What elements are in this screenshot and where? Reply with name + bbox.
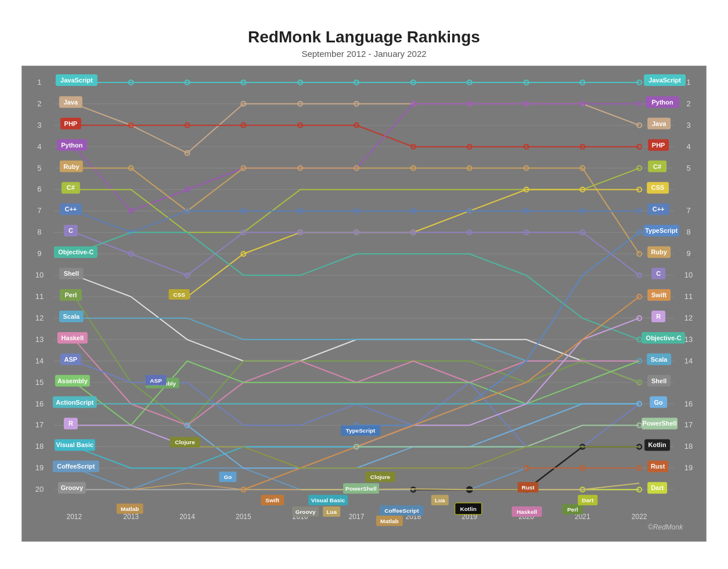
svg-text:16: 16 xyxy=(35,399,44,408)
svg-text:1: 1 xyxy=(686,77,690,86)
svg-text:18: 18 xyxy=(684,442,693,451)
svg-text:Matlab: Matlab xyxy=(121,506,139,512)
svg-text:Clojure: Clojure xyxy=(370,474,391,480)
svg-text:2017: 2017 xyxy=(349,513,365,521)
svg-text:2: 2 xyxy=(686,99,690,107)
svg-text:11: 11 xyxy=(684,292,693,301)
svg-text:11: 11 xyxy=(35,292,44,301)
svg-text:19: 19 xyxy=(684,463,693,472)
svg-text:8: 8 xyxy=(686,228,690,236)
svg-text:CSS: CSS xyxy=(173,291,185,298)
svg-text:Shell: Shell xyxy=(64,270,79,277)
svg-text:Lua: Lua xyxy=(326,509,337,515)
svg-text:9: 9 xyxy=(686,249,690,258)
svg-text:Clojure: Clojure xyxy=(175,439,195,445)
svg-text:3: 3 xyxy=(686,120,690,129)
svg-text:ASP: ASP xyxy=(64,355,78,362)
chart-title: RedMonk Language Rankings xyxy=(21,28,707,46)
svg-text:Groovy: Groovy xyxy=(295,509,316,515)
svg-text:2014: 2014 xyxy=(179,513,195,521)
svg-text:2022: 2022 xyxy=(632,513,647,521)
svg-text:2: 2 xyxy=(37,99,41,107)
svg-text:Matlab: Matlab xyxy=(380,518,399,524)
svg-text:2013: 2013 xyxy=(123,513,139,521)
svg-text:14: 14 xyxy=(35,356,44,365)
svg-text:ASP: ASP xyxy=(150,377,162,383)
svg-text:C++: C++ xyxy=(653,206,665,213)
svg-text:10: 10 xyxy=(35,271,44,279)
svg-text:Go: Go xyxy=(224,474,232,480)
svg-text:Haskell: Haskell xyxy=(517,509,537,515)
svg-text:Python: Python xyxy=(652,98,673,105)
svg-text:ActionScript: ActionScript xyxy=(56,398,94,405)
svg-text:C: C xyxy=(69,227,73,234)
svg-text:4: 4 xyxy=(686,142,690,150)
svg-text:15: 15 xyxy=(35,377,44,386)
svg-text:14: 14 xyxy=(684,356,693,365)
svg-text:7: 7 xyxy=(686,206,690,215)
svg-text:12: 12 xyxy=(684,313,693,322)
svg-text:17: 17 xyxy=(684,420,693,429)
svg-text:18: 18 xyxy=(35,442,44,451)
svg-text:5: 5 xyxy=(37,163,41,172)
chart-container: RedMonk Language Rankings September 2012… xyxy=(21,28,707,542)
svg-text:Visual Basic: Visual Basic xyxy=(311,497,345,503)
svg-text:Lua: Lua xyxy=(435,497,445,503)
svg-text:PowerShell: PowerShell xyxy=(345,485,377,492)
svg-text:Go: Go xyxy=(654,398,664,405)
svg-text:1: 1 xyxy=(37,77,41,86)
svg-text:CoffeeScript: CoffeeScript xyxy=(384,507,419,514)
svg-text:13: 13 xyxy=(35,334,44,343)
svg-text:Ruby: Ruby xyxy=(63,163,80,170)
svg-text:©RedMonk: ©RedMonk xyxy=(648,523,683,531)
svg-text:R: R xyxy=(69,420,73,427)
svg-text:9: 9 xyxy=(37,249,41,258)
svg-text:Scala: Scala xyxy=(651,355,668,362)
svg-text:C#: C# xyxy=(67,184,75,191)
svg-text:10: 10 xyxy=(684,271,693,279)
chart-svg: 1 2 3 4 5 6 7 8 9 10 11 12 13 14 15 16 1… xyxy=(22,66,706,541)
svg-text:R: R xyxy=(656,312,661,319)
svg-text:19: 19 xyxy=(35,463,44,472)
svg-text:JavaScript: JavaScript xyxy=(60,76,93,83)
svg-text:17: 17 xyxy=(35,420,44,429)
svg-text:Ruby: Ruby xyxy=(651,249,667,255)
svg-text:Rust: Rust xyxy=(521,484,535,491)
svg-text:Objective-C: Objective-C xyxy=(58,249,93,255)
svg-text:TypeScript: TypeScript xyxy=(346,427,376,434)
svg-text:Dart: Dart xyxy=(651,484,664,491)
svg-text:5: 5 xyxy=(686,163,690,172)
svg-text:Dart: Dart xyxy=(582,497,594,503)
svg-text:13: 13 xyxy=(684,334,693,343)
svg-text:JavaScript: JavaScript xyxy=(648,76,681,83)
svg-text:20: 20 xyxy=(35,485,44,494)
svg-text:C: C xyxy=(656,270,661,277)
svg-text:Kotlin: Kotlin xyxy=(648,441,666,448)
svg-text:Kotlin: Kotlin xyxy=(460,506,477,512)
chart-area: 1 2 3 4 5 6 7 8 9 10 11 12 13 14 15 16 1… xyxy=(21,66,707,542)
svg-text:Objective-C: Objective-C xyxy=(646,334,682,341)
svg-text:PHP: PHP xyxy=(652,141,665,148)
svg-text:Rust: Rust xyxy=(651,463,665,470)
svg-text:Scala: Scala xyxy=(63,312,81,319)
svg-text:CSS: CSS xyxy=(651,184,665,191)
svg-text:PHP: PHP xyxy=(64,120,78,127)
svg-text:4: 4 xyxy=(37,142,41,150)
svg-text:Assembly: Assembly xyxy=(57,377,88,384)
svg-text:Swift: Swift xyxy=(651,291,667,298)
svg-text:Shell: Shell xyxy=(651,377,666,384)
svg-text:TypeScript: TypeScript xyxy=(645,227,677,234)
svg-text:8: 8 xyxy=(37,228,41,236)
svg-text:PowerShell: PowerShell xyxy=(643,420,677,427)
svg-text:2015: 2015 xyxy=(236,513,251,521)
chart-subtitle: September 2012 - January 2022 xyxy=(21,49,707,59)
svg-text:Java: Java xyxy=(64,98,78,105)
svg-text:3: 3 xyxy=(37,120,41,129)
svg-text:6: 6 xyxy=(37,185,41,193)
svg-text:Groovy: Groovy xyxy=(61,484,84,491)
svg-text:Swift: Swift xyxy=(265,497,280,503)
svg-text:7: 7 xyxy=(37,206,41,215)
svg-text:16: 16 xyxy=(684,399,693,408)
svg-text:Haskell: Haskell xyxy=(62,334,84,341)
svg-text:Perl: Perl xyxy=(64,291,77,298)
